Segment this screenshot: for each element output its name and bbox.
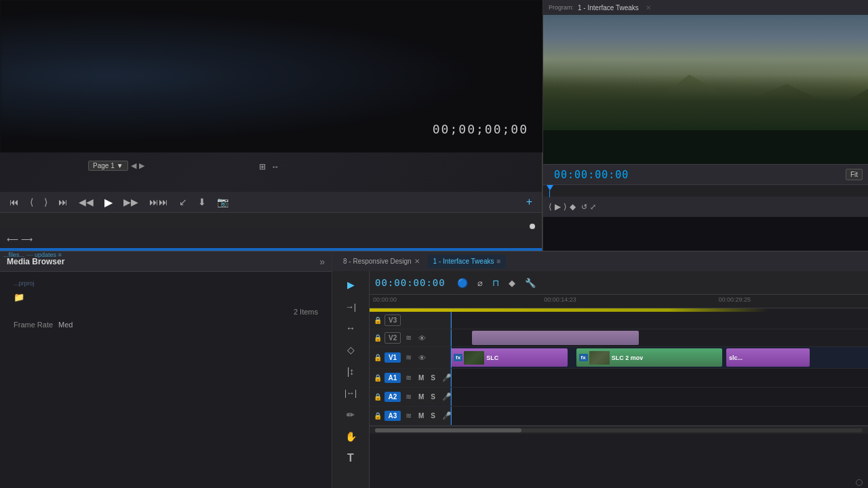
step-fwd-end-btn[interactable]: ⏭⏭ (146, 195, 171, 209)
prev-page-btn[interactable]: ◀ (131, 161, 136, 170)
selection-tool-btn[interactable]: ▶ (340, 275, 361, 294)
pen-tool-btn[interactable]: ✏ (340, 405, 361, 424)
ripple-edit-tool-btn[interactable]: ↔ (340, 319, 361, 338)
slc1-clip[interactable]: fx SLC (451, 348, 568, 367)
pm-marker-icon[interactable]: ◆ (570, 202, 576, 211)
slc2-clip[interactable]: fx SLC 2 mov (576, 348, 722, 367)
v2-lock-icon[interactable]: 🔒 (374, 334, 382, 342)
program-bottom-controls: ⟨ ▶ ⟩ ◆ ↺ ⤢ (543, 197, 868, 217)
fit-dropdown[interactable]: Fit (846, 169, 863, 180)
v2-clip[interactable] (472, 331, 639, 345)
timeline-ruler: 00:00:00 00:00:14:23 00:00:29:25 (370, 295, 868, 308)
zoom-icon: ◇ (347, 344, 355, 355)
pm-loop-icon[interactable]: ↺ (581, 203, 587, 211)
selection-tool-icon: ▶ (347, 279, 355, 290)
ruler-label-0: 00:00:00 (373, 296, 397, 303)
pm-extra-controls: ⤢ (590, 203, 596, 211)
a1-lock-icon[interactable]: 🔒 (374, 374, 382, 382)
tree-shapes (543, 130, 868, 164)
a2-solo-btn[interactable]: S (429, 392, 437, 401)
zoom-tool-btn[interactable]: ◇ (340, 340, 361, 359)
insert-btn[interactable]: ↙ (176, 195, 190, 209)
interface-tweaks-tab-menu[interactable]: ≡ (496, 258, 500, 265)
hand-tool-btn[interactable]: ✋ (340, 427, 361, 446)
tl-magnet-icon[interactable]: ⊓ (489, 277, 502, 289)
program-timecode: 00:00:00:00 (549, 169, 634, 181)
a3-label-btn[interactable]: A3 (384, 411, 401, 421)
a1-waveform-icon[interactable]: ≋ (403, 373, 414, 383)
a3-solo-btn[interactable]: S (429, 411, 437, 420)
items-count: 2 Items (8, 305, 323, 319)
v2-label-btn[interactable]: V2 (384, 332, 401, 344)
pm-play-btn[interactable]: ▶ (555, 202, 561, 211)
scrollbar-track[interactable] (375, 428, 863, 432)
v2-eye-icon[interactable]: 👁 (416, 333, 428, 343)
overwrite-btn[interactable]: ⬇ (195, 195, 209, 209)
export-frame-btn[interactable]: 📷 (214, 195, 231, 209)
tl-wrench-icon[interactable]: 🔧 (521, 277, 539, 289)
track-a3-header: 🔒 A3 ≋ M S 🎤 (370, 407, 451, 425)
tl-snap-icon[interactable]: 🔵 (454, 277, 471, 289)
page-dropdown-icon: ▼ (117, 162, 123, 169)
pm-navigate-icon[interactable]: ⟨ (549, 202, 552, 211)
responsive-design-tab-close[interactable]: ✕ (414, 258, 420, 265)
a3-playhead-line (451, 407, 452, 425)
a2-label-btn[interactable]: A2 (384, 392, 401, 402)
source-bottom-icon1[interactable]: ⟵ (7, 235, 18, 244)
add-controls-btn[interactable]: + (524, 195, 535, 209)
slc1-label: SLC (486, 354, 498, 361)
pm-navigate-next-icon[interactable]: ⟩ (564, 202, 567, 211)
ruler-label-2925: 00:00:29:25 (719, 296, 751, 303)
scroll-circle-btn[interactable] (856, 479, 863, 486)
prev-clip-btn[interactable]: ◀◀ (76, 195, 96, 209)
timeline-toolbar: ▶ →| ↔ ◇ |↕ |↔| ✏ ✋ T (332, 271, 370, 488)
slc3-clip[interactable]: slc... (726, 348, 810, 367)
go-to-in-btn[interactable]: ⏮ (7, 195, 22, 209)
left-panel-bg-text: ...files... ···· updates ≡ (3, 251, 62, 258)
interface-tweaks-tab[interactable]: 1 - Interface Tweaks ≡ (428, 255, 507, 268)
program-playhead (547, 185, 553, 190)
program-monitor-header: Program: 1 - Interface Tweaks ✕ (543, 0, 868, 15)
track-a2-header: 🔒 A2 ≋ M S 🎤 (370, 388, 451, 406)
a1-label-btn[interactable]: A1 (384, 373, 401, 383)
step-forward-btn[interactable]: ⟩ (41, 195, 50, 209)
source-bottom-icon2[interactable]: ⟶ (21, 235, 33, 244)
v3-label-btn[interactable]: V3 (384, 314, 401, 326)
next-page-btn[interactable]: ▶ (139, 161, 144, 170)
program-video-preview (543, 15, 868, 164)
responsive-design-tab[interactable]: 8 - Responsive Design ✕ (338, 255, 425, 268)
a3-lock-icon[interactable]: 🔒 (374, 412, 382, 420)
a2-mute-btn[interactable]: M (416, 392, 426, 401)
text-tool-btn[interactable]: T (340, 449, 361, 468)
a3-mute-btn[interactable]: M (416, 411, 426, 420)
v3-lock-icon[interactable]: 🔒 (374, 317, 382, 324)
page-button[interactable]: Page 1 ▼ (88, 161, 128, 171)
step-back-btn[interactable]: ⟨ (27, 195, 36, 209)
tl-marker-icon[interactable]: ◆ (505, 277, 519, 289)
track-v2-row: 🔒 V2 ≋ 👁 (370, 329, 868, 347)
tl-link-icon[interactable]: ⌀ (474, 277, 486, 289)
track-select-tool-btn[interactable]: →| (340, 297, 361, 316)
v1-lock-icon[interactable]: 🔒 (374, 354, 382, 361)
play-button[interactable]: ▶ (102, 195, 115, 210)
panel-expand-btn[interactable]: » (319, 256, 325, 267)
v1-label-btn[interactable]: V1 (384, 352, 401, 363)
v2-waveform-icon[interactable]: ≋ (403, 333, 414, 343)
go-to-out-btn[interactable]: ⏭ (56, 195, 71, 209)
scrollbar-thumb[interactable] (375, 428, 521, 432)
a1-solo-btn[interactable]: S (429, 373, 437, 382)
a1-mute-btn[interactable]: M (416, 373, 426, 382)
a2-lock-icon[interactable]: 🔒 (374, 393, 382, 401)
v1-eye2-icon[interactable]: 👁 (416, 353, 428, 363)
pm-fullscreen-icon[interactable]: ⤢ (590, 203, 596, 211)
program-header-close[interactable]: ✕ (646, 4, 651, 12)
slip-tool-btn[interactable]: |↔| (340, 384, 361, 403)
next-frame-btn[interactable]: ▶▶ (121, 195, 141, 209)
timeline-header: 8 - Responsive Design ✕ 1 - Interface Tw… (332, 251, 868, 272)
a2-waveform-icon[interactable]: ≋ (403, 392, 414, 402)
a3-waveform-icon[interactable]: ≋ (403, 411, 414, 421)
track-v1-content: fx SLC fx SLC 2 mov slc... (451, 347, 868, 368)
frame-rate-value: Med (58, 321, 73, 329)
v1-camera-icon[interactable]: ≋ (403, 352, 414, 363)
razor-tool-btn[interactable]: |↕ (340, 362, 361, 381)
